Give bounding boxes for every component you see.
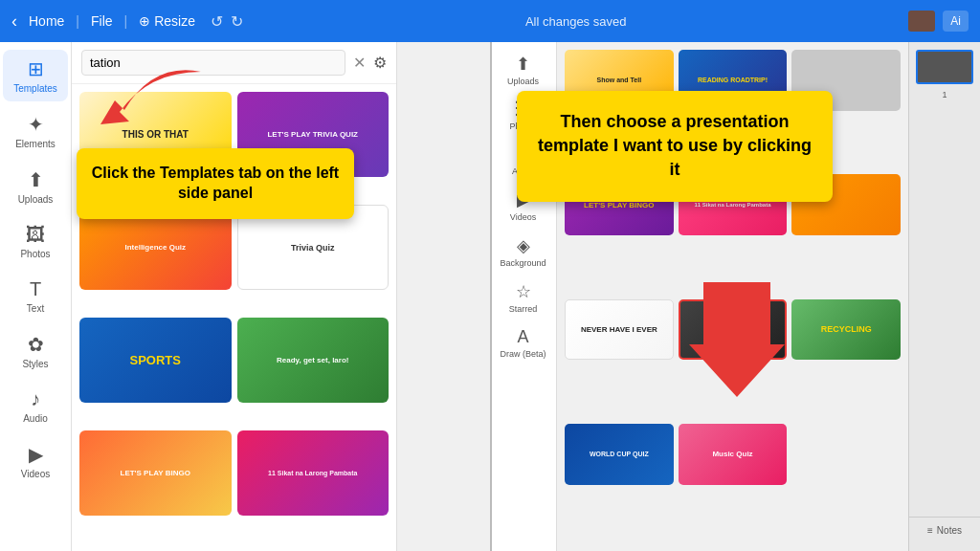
template-label: RECYCLING — [821, 324, 872, 334]
slide-thumbnail-1[interactable] — [916, 50, 973, 84]
audio-label: Audio — [23, 413, 48, 424]
slide-thumbnail-panel: 1 ≡ Notes — [908, 42, 980, 551]
elements-label: Elements — [15, 139, 56, 149]
right-panel-uploads[interactable]: ⬆ Uploads — [493, 48, 554, 92]
template-label: 11 Sikat na Larong Pambata — [694, 202, 770, 208]
panel-divider — [490, 42, 492, 551]
template-label: WORLD CUP QUIZ — [590, 451, 649, 457]
template-label: READING ROADTRIP! — [698, 77, 768, 83]
color-swatch[interactable] — [908, 11, 935, 32]
resize-label: Resize — [154, 13, 195, 29]
sidebar-item-uploads[interactable]: ⬆ Uploads — [3, 161, 68, 212]
uploads-icon: ⬆ — [28, 168, 44, 191]
right-panel-draw[interactable]: A Draw (Beta) — [493, 321, 554, 364]
sidebar-item-audio[interactable]: ♪ Audio — [3, 381, 68, 431]
undo-redo-controls: ↺ ↻ — [211, 12, 243, 31]
text-label: Text — [27, 303, 44, 314]
nav-divider: | — [76, 13, 79, 29]
elements-icon: ✦ — [28, 113, 44, 136]
notes-label: Notes — [937, 525, 962, 536]
rsp-draw-label: Draw (Beta) — [500, 349, 546, 359]
left-side-panel: ⊞ Templates ✦ Elements ⬆ Uploads 🖼 Photo… — [0, 42, 72, 551]
template-card-sikat[interactable]: 11 Sikat na Larong Pambata — [237, 430, 390, 516]
callout-left: Click the Templates tab on the left side… — [77, 148, 354, 219]
template-label: Show and Tell — [597, 77, 642, 83]
styles-label: Styles — [22, 359, 48, 369]
sidebar-item-text[interactable]: T Text — [3, 271, 68, 321]
home-nav-item[interactable]: Home — [29, 13, 64, 29]
template-label: Ready, get set, laro! — [277, 356, 348, 364]
rsp-background-label: Background — [500, 258, 546, 268]
resize-nav-item[interactable]: ⊕ Resize — [139, 13, 195, 29]
top-bar-nav: ‹ Home | File | ⊕ Resize — [11, 11, 195, 32]
uploads-label: Uploads — [18, 194, 54, 205]
top-bar: ‹ Home | File | ⊕ Resize ↺ ↻ All changes… — [0, 0, 980, 42]
template-label: Trivia Quiz — [291, 243, 335, 253]
audio-icon: ♪ — [31, 388, 40, 410]
template-label: 11 Sikat na Larong Pambata — [268, 470, 357, 476]
arrow-right — [689, 277, 785, 402]
template-label: LET'S PLAY BINGO — [121, 469, 190, 477]
rsp-starred-icon: ☆ — [516, 281, 531, 302]
right-card-recycling[interactable]: RECYCLING — [791, 299, 901, 361]
sidebar-item-elements[interactable]: ✦ Elements — [3, 105, 68, 157]
notes-button[interactable]: ≡ Notes — [909, 517, 981, 543]
photos-icon: 🖼 — [26, 224, 45, 246]
top-bar-actions: Ai — [908, 11, 969, 32]
template-card-lets-play[interactable]: LET'S PLAY BINGO — [79, 430, 232, 516]
rsp-uploads-icon: ⬆ — [516, 54, 530, 75]
sidebar-item-videos[interactable]: ▶ Videos — [3, 435, 68, 487]
template-card-ready[interactable]: Ready, get set, laro! — [237, 318, 390, 403]
rsp-draw-icon: A — [517, 327, 528, 347]
text-icon: T — [30, 278, 41, 300]
videos-label: Videos — [21, 469, 50, 479]
search-filter-icon[interactable]: ⚙ — [373, 54, 387, 72]
rsp-uploads-label: Uploads — [507, 77, 539, 86]
right-card-never-have[interactable]: NEVER HAVE I EVER — [565, 299, 674, 361]
rsp-background-icon: ◈ — [517, 235, 530, 256]
save-status: All changes saved — [258, 14, 893, 29]
search-clear-icon[interactable]: ✕ — [353, 54, 366, 72]
notes-icon: ≡ — [927, 525, 933, 536]
ai-button[interactable]: Ai — [943, 11, 969, 32]
sidebar-item-templates[interactable]: ⊞ Templates — [3, 50, 68, 101]
callout-left-text: Click the Templates tab on the left side… — [92, 165, 339, 201]
sidebar-item-photos[interactable]: 🖼 Photos — [3, 216, 68, 267]
sidebar-item-styles[interactable]: ✿ Styles — [3, 325, 68, 377]
nav-divider2: | — [124, 13, 128, 29]
template-label: LET'S PLAY BINGO — [584, 201, 654, 209]
back-chevron-icon[interactable]: ‹ — [11, 11, 17, 32]
resize-icon: ⊕ — [139, 13, 150, 29]
template-label: Intelligence Quiz — [124, 243, 186, 252]
templates-label: Templates — [13, 83, 57, 94]
rsp-starred-label: Starred — [509, 304, 538, 314]
right-card-world-cup[interactable]: WORLD CUP QUIZ — [565, 424, 674, 485]
videos-icon: ▶ — [29, 443, 43, 466]
templates-icon: ⊞ — [28, 57, 44, 80]
right-panel-starred[interactable]: ☆ Starred — [493, 276, 554, 320]
template-label: Music Quiz — [712, 450, 752, 458]
right-card-music-quiz[interactable]: Music Quiz — [679, 424, 788, 485]
slide-number-label: 1 — [942, 90, 947, 99]
right-panel-background[interactable]: ◈ Background — [493, 230, 554, 274]
arrow-left — [96, 53, 211, 148]
rsp-videos-label: Videos — [510, 212, 536, 222]
template-label: SPORTS — [130, 353, 181, 367]
template-label: NEVER HAVE I EVER — [581, 325, 657, 334]
styles-icon: ✿ — [28, 333, 44, 356]
template-label: LET'S PLAY TRIVIA QUIZ — [267, 130, 358, 139]
file-nav-item[interactable]: File — [91, 13, 113, 29]
template-card-sports[interactable]: SPORTS — [79, 318, 232, 403]
photos-label: Photos — [20, 249, 50, 259]
undo-button[interactable]: ↺ — [211, 12, 223, 31]
redo-button[interactable]: ↻ — [231, 12, 243, 31]
callout-right: Then choose a presentation template I wa… — [517, 91, 833, 202]
callout-right-text: Then choose a presentation template I wa… — [538, 112, 812, 179]
